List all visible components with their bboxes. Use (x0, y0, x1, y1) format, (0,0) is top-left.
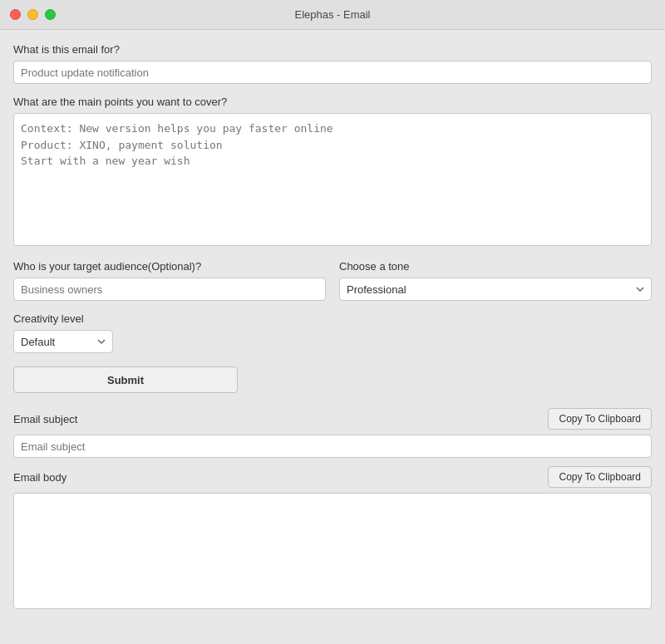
email-subject-input[interactable] (13, 435, 652, 458)
email-body-label: Email body (13, 471, 66, 484)
audience-tone-row: Who is your target audience(Optional)? C… (13, 260, 652, 301)
main-content: What is this email for? What are the mai… (0, 30, 665, 633)
email-purpose-label: What is this email for? (13, 43, 652, 56)
choose-tone-label: Choose a tone (339, 260, 652, 273)
window-controls (10, 9, 56, 20)
close-button[interactable] (10, 9, 21, 20)
window-title: Elephas - Email (294, 8, 370, 21)
email-purpose-input[interactable] (13, 61, 652, 84)
copy-subject-button[interactable]: Copy To Clipboard (548, 408, 652, 430)
maximize-button[interactable] (45, 9, 56, 20)
email-body-textarea[interactable] (13, 493, 652, 609)
creativity-select[interactable]: Default Low Medium High (13, 330, 113, 353)
main-points-group: What are the main points you want to cov… (13, 96, 652, 248)
email-purpose-group: What is this email for? (13, 43, 652, 84)
minimize-button[interactable] (27, 9, 38, 20)
email-subject-label: Email subject (13, 413, 77, 425)
target-audience-input[interactable] (13, 278, 326, 301)
email-subject-section: Email subject Copy To Clipboard (13, 408, 652, 458)
choose-tone-group: Choose a tone Professional Casual Formal… (339, 260, 652, 301)
creativity-group: Creativity level Default Low Medium High (13, 312, 652, 353)
main-points-label: What are the main points you want to cov… (13, 96, 652, 108)
main-points-textarea[interactable] (13, 113, 652, 246)
creativity-label: Creativity level (13, 312, 652, 325)
submit-button[interactable]: Submit (13, 366, 238, 393)
tone-select[interactable]: Professional Casual Formal Friendly (339, 278, 652, 301)
email-subject-header: Email subject Copy To Clipboard (13, 408, 652, 430)
copy-body-button[interactable]: Copy To Clipboard (548, 466, 652, 488)
email-body-section: Email body Copy To Clipboard (13, 466, 652, 612)
target-audience-label: Who is your target audience(Optional)? (13, 260, 326, 273)
title-bar: Elephas - Email (0, 0, 665, 30)
target-audience-group: Who is your target audience(Optional)? (13, 260, 326, 301)
email-body-header: Email body Copy To Clipboard (13, 466, 652, 488)
